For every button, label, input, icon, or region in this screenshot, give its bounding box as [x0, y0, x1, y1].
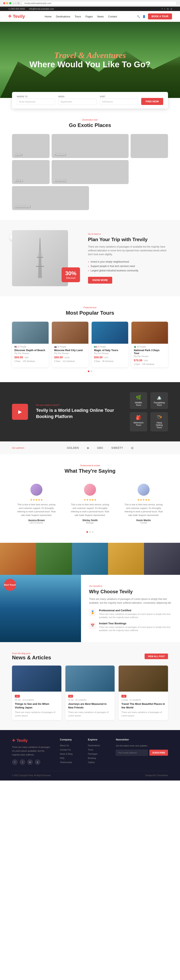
footer-link-news[interactable]: News & Blog — [60, 752, 73, 755]
nav-tours[interactable]: Tours — [74, 15, 81, 18]
footer-grid: ✈ Tevily There are many variations of pa… — [12, 738, 168, 765]
close-dot[interactable] — [3, 2, 5, 4]
search-where-label: Where to — [17, 95, 55, 98]
tour-name-1: Discover Depth of Beach — [14, 349, 46, 352]
partner-golden[interactable]: GOLDEN — [67, 446, 79, 449]
nav-home[interactable]: Home — [44, 15, 52, 18]
tour-card-4[interactable]: 🌲 30 People National Park 3 Days Tour Pl… — [131, 322, 168, 368]
testimonial-dot-2[interactable] — [89, 531, 91, 533]
testimonial-1: ★★★★★ This is due to their best service,… — [12, 480, 61, 528]
pinterest-icon[interactable]: p — [171, 8, 172, 10]
user-icon[interactable]: 👤 — [142, 15, 145, 18]
destination-africa[interactable]: Africa — [12, 160, 50, 184]
tour-dot-2[interactable] — [91, 371, 92, 372]
back-button[interactable]: ‹ — [13, 2, 14, 5]
certified-title: Professional and Certified — [99, 609, 172, 612]
tour-carousel-dots — [12, 371, 168, 372]
footer-link-about[interactable]: About Us — [60, 744, 69, 747]
platform-features: 🌿 Wildlife Tours 🏔️ Paragliding Tours 🎒 … — [130, 392, 168, 431]
destination-switzerland[interactable]: Switzerland — [12, 186, 89, 210]
destination-spain[interactable]: Spain — [12, 134, 50, 158]
forward-button[interactable]: › — [16, 2, 16, 5]
hero-title-cursive: Travel & Adventures — [54, 51, 126, 60]
tour-name-4: National Park 3 Days Tour — [134, 349, 166, 355]
footer-link-destinations[interactable]: Destinations — [88, 744, 100, 747]
destination-lady[interactable] — [131, 134, 168, 158]
minimize-dot[interactable] — [6, 2, 8, 4]
search-sort-input[interactable] — [100, 99, 138, 105]
plan-know-more-button[interactable]: KNOW MORE — [88, 277, 112, 283]
facebook-icon[interactable]: f — [162, 8, 163, 10]
partner-gbc[interactable]: GBC — [97, 446, 103, 449]
footer-link-tours[interactable]: Tours — [88, 748, 93, 751]
destination-thailand[interactable]: Thailand — [52, 134, 129, 158]
search-when-input[interactable] — [58, 99, 96, 105]
why-badge: Best Travel — [4, 579, 16, 591]
search-icon[interactable]: 🔍 — [137, 15, 140, 18]
reload-button[interactable]: ↻ — [17, 2, 20, 5]
photo-strip-4[interactable] — [108, 543, 144, 575]
maximize-dot[interactable] — [9, 2, 11, 4]
nav-news[interactable]: News — [97, 15, 104, 18]
footer-instagram-icon[interactable]: in — [27, 759, 33, 765]
footer-facebook-icon[interactable]: f — [12, 759, 17, 765]
footer-link-packages[interactable]: Packages — [88, 752, 97, 755]
tour-card-1[interactable]: 🇺🇸 32 People Discover Depth of Beach Ply… — [12, 322, 49, 368]
destination-australia-label: Australia — [54, 179, 66, 182]
testimonial-dot-3[interactable] — [92, 531, 93, 533]
destinations-section: Destination lists Go Exotic Places Spain… — [0, 108, 180, 220]
news-title-1: Things to See and Do When Visiting Japan — [15, 702, 58, 710]
testimonial-dot-1[interactable] — [87, 531, 88, 533]
platform-section: ▶ Are you ready to travel? Tevily is a W… — [0, 382, 180, 441]
partner-2[interactable]: ◈ — [87, 446, 89, 449]
photo-strip-2[interactable] — [36, 543, 72, 575]
news-card-1[interactable]: AD 09 Jun · 15 Locations Things to See a… — [12, 665, 62, 720]
nav-pages[interactable]: Pages — [85, 15, 93, 18]
photo-strip-5[interactable] — [144, 543, 180, 575]
nav-destinations[interactable]: Destinations — [56, 15, 70, 18]
footer-link-contact[interactable]: Contact Us — [60, 748, 71, 751]
testimonials-section: Testimonial & review What They're Saying… — [0, 454, 180, 543]
news-card-2[interactable]: AD 19 Jul · 10 Locations Journeys are Be… — [65, 665, 115, 720]
destination-australia[interactable]: Australia — [52, 160, 129, 184]
tour-dot-1[interactable] — [88, 371, 89, 372]
tour-image-2 — [52, 322, 88, 344]
why-feature-booking: 📅 Instant Tour Bookings There are many v… — [89, 622, 172, 632]
footer-pinterest-icon[interactable]: p — [35, 759, 40, 765]
news-tag: From the blog post — [12, 652, 51, 654]
photo-strip-1[interactable] — [0, 543, 36, 575]
platform-feature-wildlife: 🌿 Wildlife Tours — [130, 392, 147, 409]
footer-link-booking[interactable]: Booking — [88, 757, 96, 759]
plan-section: 📞 📞 868 888 0000 30% Discount Go to have… — [0, 220, 180, 296]
tour-card-3[interactable]: 🇮🇹 28 People Magic of Italy Tours Ply Pe… — [92, 322, 128, 368]
news-card-3[interactable]: AD 11 Aug · 11 Locations Travel The Most… — [118, 665, 168, 720]
platform-video-button[interactable]: ▶ — [12, 404, 28, 420]
why-title: Why Choose Tevily — [89, 589, 172, 595]
url-bar[interactable]: trevily.webmadesimple.com — [22, 1, 177, 5]
search-where-input[interactable] — [17, 99, 55, 105]
partners-tag: Our partners — [12, 447, 24, 449]
view-all-posts-button[interactable]: VIEW ALL POST — [145, 654, 168, 659]
book-tour-button[interactable]: BOOK A TOUR — [148, 13, 172, 19]
footer-link-gallery[interactable]: Gallery — [88, 761, 95, 764]
browser-bar: ‹ › ↻ trevily.webmadesimple.com — [0, 0, 180, 6]
site-logo[interactable]: ✈ Tevily — [8, 14, 25, 19]
photo-strip-3[interactable] — [72, 543, 108, 575]
twitter-icon[interactable]: t — [164, 8, 165, 10]
tour-flag-3: 🇮🇹 28 People — [94, 346, 126, 348]
footer-logo-text: Tevily — [17, 738, 28, 743]
nav-contact[interactable]: Contact — [108, 15, 117, 18]
footer-link-testimonials[interactable]: Testimonials — [60, 761, 72, 764]
tour-card-2[interactable]: 🇷🇺 26 People Moscow Red City Land Ply Pe… — [52, 322, 88, 368]
newsletter-subscribe-button[interactable]: SUBSCRIBE — [149, 750, 168, 756]
partner-sweety[interactable]: SWEETY — [111, 446, 123, 449]
find-now-button[interactable]: FIND NOW — [141, 98, 163, 105]
tour-pax-4: 135 Jamaicas — [142, 363, 155, 365]
tour-meta-4: 3 Days 135 Jamaicas — [134, 363, 166, 365]
footer-twitter-icon[interactable]: t — [20, 759, 25, 765]
newsletter-email-input[interactable] — [116, 750, 148, 756]
instagram-icon[interactable]: in — [167, 8, 169, 10]
footer-link-faq[interactable]: FAQ — [60, 757, 65, 759]
hanggliding-label: Hang Gliding Tours — [153, 422, 165, 429]
partner-5[interactable]: ◎ — [131, 446, 133, 449]
